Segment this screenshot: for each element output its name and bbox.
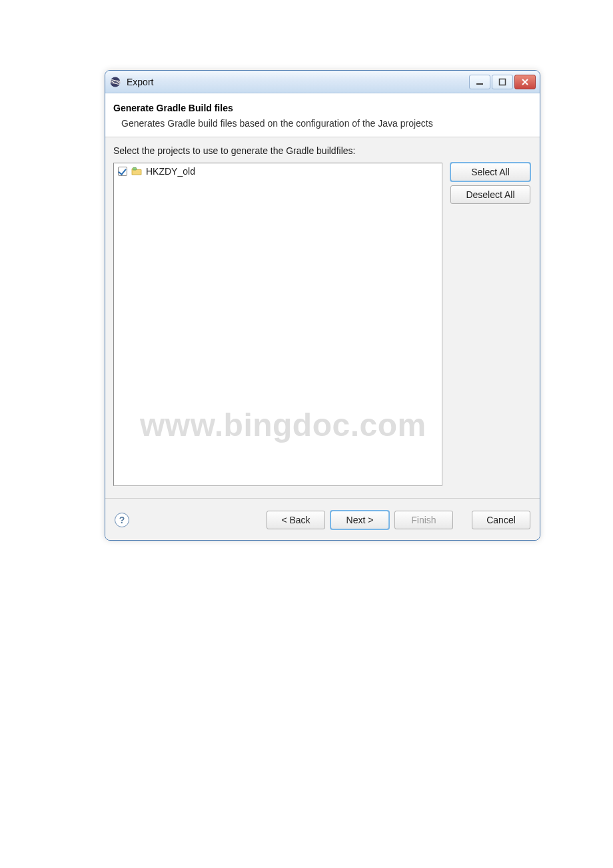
maximize-button[interactable] bbox=[492, 75, 513, 89]
list-item[interactable]: HKZDY_old bbox=[114, 163, 442, 179]
project-checkbox[interactable] bbox=[118, 167, 127, 176]
svg-rect-4 bbox=[500, 79, 506, 85]
wizard-footer: ? < Back Next > Finish Cancel bbox=[105, 498, 540, 540]
projects-label: Select the projects to use to generate t… bbox=[113, 145, 530, 156]
titlebar: Export bbox=[105, 71, 540, 93]
wizard-title: Generate Gradle Build files bbox=[113, 103, 529, 113]
wizard-header: Generate Gradle Build files Generates Gr… bbox=[105, 93, 540, 137]
minimize-button[interactable] bbox=[469, 75, 490, 89]
select-all-button[interactable]: Select All bbox=[450, 163, 530, 181]
close-button[interactable] bbox=[514, 75, 536, 89]
projects-list[interactable]: HKZDY_old bbox=[113, 163, 442, 486]
wizard-description: Generates Gradle build files based on th… bbox=[113, 117, 460, 130]
svg-rect-3 bbox=[476, 83, 483, 85]
back-button[interactable]: < Back bbox=[267, 511, 325, 529]
selection-buttons: Select All Deselect All bbox=[450, 163, 530, 486]
eclipse-icon bbox=[109, 76, 121, 88]
help-icon[interactable]: ? bbox=[115, 513, 129, 527]
cancel-button[interactable]: Cancel bbox=[472, 511, 530, 529]
project-name: HKZDY_old bbox=[146, 166, 195, 177]
svg-point-0 bbox=[111, 77, 121, 87]
wizard-body: Select the projects to use to generate t… bbox=[105, 137, 540, 498]
deselect-all-button[interactable]: Deselect All bbox=[450, 185, 530, 204]
next-button[interactable]: Next > bbox=[330, 511, 389, 529]
finish-button: Finish bbox=[394, 511, 453, 529]
svg-rect-5 bbox=[133, 167, 137, 170]
window-title: Export bbox=[127, 77, 153, 87]
export-dialog: Export Generate Gradle Build files Gener… bbox=[105, 70, 540, 541]
project-folder-icon bbox=[131, 167, 142, 176]
